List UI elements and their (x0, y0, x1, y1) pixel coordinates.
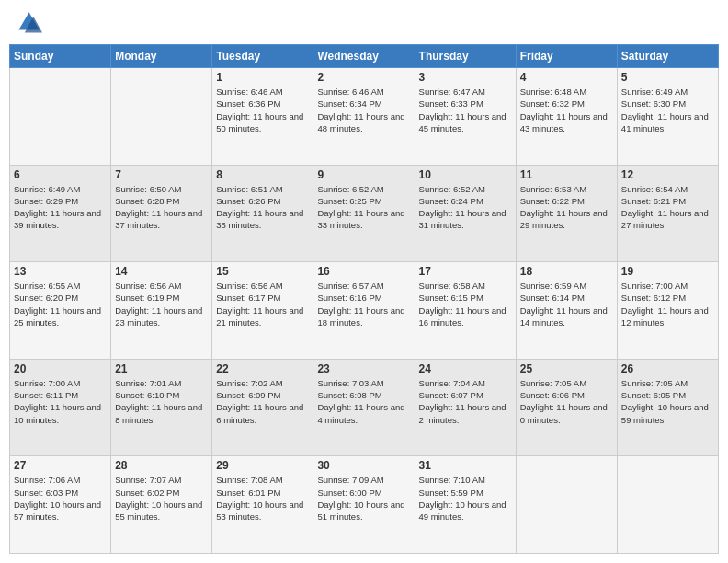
day-number: 18 (520, 265, 613, 278)
weekday-header-saturday: Saturday (617, 45, 718, 68)
day-number: 14 (115, 265, 208, 278)
calendar-cell: 4Sunrise: 6:48 AM Sunset: 6:32 PM Daylig… (516, 68, 617, 166)
header (9, 9, 719, 39)
day-info: Sunrise: 7:10 AM Sunset: 5:59 PM Dayligh… (419, 474, 512, 523)
day-number: 30 (317, 459, 410, 472)
day-number: 16 (317, 265, 410, 278)
day-info: Sunrise: 7:08 AM Sunset: 6:01 PM Dayligh… (216, 474, 309, 523)
day-info: Sunrise: 6:52 AM Sunset: 6:24 PM Dayligh… (419, 183, 512, 232)
day-info: Sunrise: 6:46 AM Sunset: 6:34 PM Dayligh… (317, 86, 410, 134)
week-row-2: 6Sunrise: 6:49 AM Sunset: 6:29 PM Daylig… (10, 165, 719, 262)
day-info: Sunrise: 7:03 AM Sunset: 6:08 PM Dayligh… (317, 377, 410, 426)
calendar-cell: 25Sunrise: 7:05 AM Sunset: 6:06 PM Dayli… (516, 359, 617, 456)
calendar-cell: 5Sunrise: 6:49 AM Sunset: 6:30 PM Daylig… (617, 68, 718, 166)
day-number: 19 (621, 265, 714, 278)
day-info: Sunrise: 7:09 AM Sunset: 6:00 PM Dayligh… (317, 474, 410, 523)
day-number: 26 (621, 362, 714, 375)
day-number: 5 (621, 71, 714, 84)
week-row-3: 13Sunrise: 6:55 AM Sunset: 6:20 PM Dayli… (10, 262, 719, 360)
day-number: 23 (317, 362, 410, 375)
day-number: 28 (115, 459, 208, 472)
calendar-cell: 13Sunrise: 6:55 AM Sunset: 6:20 PM Dayli… (10, 262, 111, 360)
calendar-cell: 24Sunrise: 7:04 AM Sunset: 6:07 PM Dayli… (415, 359, 516, 456)
day-number: 15 (216, 265, 309, 278)
week-row-5: 27Sunrise: 7:06 AM Sunset: 6:03 PM Dayli… (10, 456, 719, 554)
calendar-cell: 7Sunrise: 6:50 AM Sunset: 6:28 PM Daylig… (111, 165, 212, 262)
day-number: 9 (317, 168, 410, 181)
calendar-cell: 9Sunrise: 6:52 AM Sunset: 6:25 PM Daylig… (313, 165, 415, 262)
day-number: 10 (419, 168, 512, 181)
day-number: 7 (115, 168, 208, 181)
day-info: Sunrise: 6:48 AM Sunset: 6:32 PM Dayligh… (520, 86, 613, 134)
day-number: 2 (317, 71, 410, 84)
day-number: 11 (520, 168, 613, 181)
day-info: Sunrise: 6:53 AM Sunset: 6:22 PM Dayligh… (520, 183, 613, 232)
day-info: Sunrise: 6:56 AM Sunset: 6:19 PM Dayligh… (115, 280, 208, 328)
calendar-cell: 2Sunrise: 6:46 AM Sunset: 6:34 PM Daylig… (313, 68, 415, 166)
calendar-cell: 3Sunrise: 6:47 AM Sunset: 6:33 PM Daylig… (415, 68, 516, 166)
weekday-header-monday: Monday (111, 45, 212, 68)
day-info: Sunrise: 7:00 AM Sunset: 6:11 PM Dayligh… (14, 377, 107, 426)
day-number: 17 (419, 265, 512, 278)
day-info: Sunrise: 7:01 AM Sunset: 6:10 PM Dayligh… (115, 377, 208, 426)
day-info: Sunrise: 7:05 AM Sunset: 6:05 PM Dayligh… (621, 377, 714, 426)
calendar-cell: 11Sunrise: 6:53 AM Sunset: 6:22 PM Dayli… (516, 165, 617, 262)
day-info: Sunrise: 6:49 AM Sunset: 6:29 PM Dayligh… (14, 183, 107, 232)
weekday-header-row: SundayMondayTuesdayWednesdayThursdayFrid… (10, 45, 719, 68)
calendar-cell: 1Sunrise: 6:46 AM Sunset: 6:36 PM Daylig… (212, 68, 313, 166)
day-number: 1 (216, 71, 309, 84)
day-number: 22 (216, 362, 309, 375)
calendar-cell (10, 68, 111, 166)
calendar-cell: 8Sunrise: 6:51 AM Sunset: 6:26 PM Daylig… (212, 165, 313, 262)
day-number: 20 (14, 362, 107, 375)
day-info: Sunrise: 6:51 AM Sunset: 6:26 PM Dayligh… (216, 183, 309, 232)
day-info: Sunrise: 6:58 AM Sunset: 6:15 PM Dayligh… (419, 280, 512, 328)
week-row-4: 20Sunrise: 7:00 AM Sunset: 6:11 PM Dayli… (10, 359, 719, 456)
calendar-cell: 27Sunrise: 7:06 AM Sunset: 6:03 PM Dayli… (10, 456, 111, 554)
day-number: 21 (115, 362, 208, 375)
day-info: Sunrise: 7:07 AM Sunset: 6:02 PM Dayligh… (115, 474, 208, 523)
calendar-cell: 12Sunrise: 6:54 AM Sunset: 6:21 PM Dayli… (617, 165, 718, 262)
day-info: Sunrise: 6:49 AM Sunset: 6:30 PM Dayligh… (621, 86, 714, 134)
weekday-header-thursday: Thursday (415, 45, 516, 68)
logo-icon (13, 9, 42, 39)
day-number: 13 (14, 265, 107, 278)
calendar-cell (111, 68, 212, 166)
calendar-cell: 18Sunrise: 6:59 AM Sunset: 6:14 PM Dayli… (516, 262, 617, 360)
calendar-cell: 15Sunrise: 6:56 AM Sunset: 6:17 PM Dayli… (212, 262, 313, 360)
weekday-header-tuesday: Tuesday (212, 45, 313, 68)
calendar-table: SundayMondayTuesdayWednesdayThursdayFrid… (9, 44, 719, 554)
day-info: Sunrise: 6:52 AM Sunset: 6:25 PM Dayligh… (317, 183, 410, 232)
calendar-cell: 16Sunrise: 6:57 AM Sunset: 6:16 PM Dayli… (313, 262, 415, 360)
day-number: 24 (419, 362, 512, 375)
day-info: Sunrise: 6:47 AM Sunset: 6:33 PM Dayligh… (419, 86, 512, 134)
day-number: 31 (419, 459, 512, 472)
week-row-1: 1Sunrise: 6:46 AM Sunset: 6:36 PM Daylig… (10, 68, 719, 166)
day-info: Sunrise: 7:02 AM Sunset: 6:09 PM Dayligh… (216, 377, 309, 426)
calendar-cell: 28Sunrise: 7:07 AM Sunset: 6:02 PM Dayli… (111, 456, 212, 554)
day-number: 4 (520, 71, 613, 84)
calendar-cell: 14Sunrise: 6:56 AM Sunset: 6:19 PM Dayli… (111, 262, 212, 360)
day-info: Sunrise: 6:56 AM Sunset: 6:17 PM Dayligh… (216, 280, 309, 328)
weekday-header-sunday: Sunday (10, 45, 111, 68)
calendar-cell: 30Sunrise: 7:09 AM Sunset: 6:00 PM Dayli… (313, 456, 415, 554)
day-info: Sunrise: 6:54 AM Sunset: 6:21 PM Dayligh… (621, 183, 714, 232)
calendar-cell: 29Sunrise: 7:08 AM Sunset: 6:01 PM Dayli… (212, 456, 313, 554)
day-info: Sunrise: 6:57 AM Sunset: 6:16 PM Dayligh… (317, 280, 410, 328)
day-info: Sunrise: 6:50 AM Sunset: 6:28 PM Dayligh… (115, 183, 208, 232)
calendar-cell: 6Sunrise: 6:49 AM Sunset: 6:29 PM Daylig… (10, 165, 111, 262)
day-info: Sunrise: 6:55 AM Sunset: 6:20 PM Dayligh… (14, 280, 107, 328)
calendar-cell: 23Sunrise: 7:03 AM Sunset: 6:08 PM Dayli… (313, 359, 415, 456)
day-info: Sunrise: 6:46 AM Sunset: 6:36 PM Dayligh… (216, 86, 309, 134)
day-number: 12 (621, 168, 714, 181)
calendar-cell: 26Sunrise: 7:05 AM Sunset: 6:05 PM Dayli… (617, 359, 718, 456)
calendar-cell: 17Sunrise: 6:58 AM Sunset: 6:15 PM Dayli… (415, 262, 516, 360)
day-info: Sunrise: 7:00 AM Sunset: 6:12 PM Dayligh… (621, 280, 714, 328)
day-number: 25 (520, 362, 613, 375)
calendar-cell: 10Sunrise: 6:52 AM Sunset: 6:24 PM Dayli… (415, 165, 516, 262)
day-info: Sunrise: 6:59 AM Sunset: 6:14 PM Dayligh… (520, 280, 613, 328)
calendar-cell: 21Sunrise: 7:01 AM Sunset: 6:10 PM Dayli… (111, 359, 212, 456)
day-number: 3 (419, 71, 512, 84)
calendar-cell: 22Sunrise: 7:02 AM Sunset: 6:09 PM Dayli… (212, 359, 313, 456)
day-number: 8 (216, 168, 309, 181)
